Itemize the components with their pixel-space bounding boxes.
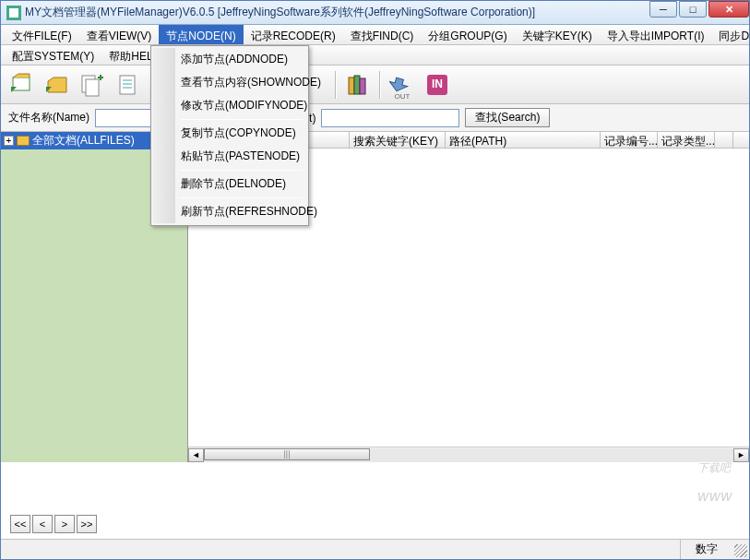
toolbar-btn-1[interactable] bbox=[6, 69, 38, 101]
menu-8[interactable]: 同步DATASYN(D) bbox=[711, 25, 750, 44]
scroll-thumb[interactable]: ||| bbox=[204, 448, 370, 460]
dropdown-item[interactable]: 刷新节点(REFRESHNODE) bbox=[153, 200, 306, 223]
window-buttons: ─ □ ✕ bbox=[648, 1, 749, 24]
expand-icon[interactable]: + bbox=[4, 136, 14, 146]
menubar-row2: 配置SYSTEM(Y)帮助HELP(H) bbox=[1, 45, 749, 66]
search-button[interactable]: 查找(Search) bbox=[465, 108, 550, 127]
toolbar-separator-2 bbox=[335, 71, 337, 99]
svg-rect-11 bbox=[360, 78, 365, 94]
menu-7[interactable]: 导入导出IMPORT(I) bbox=[600, 25, 712, 44]
svg-rect-3 bbox=[120, 76, 135, 94]
svg-rect-9 bbox=[349, 77, 354, 94]
content-input[interactable] bbox=[321, 109, 459, 127]
close-button[interactable]: ✕ bbox=[708, 1, 749, 18]
dropdown-item[interactable]: 修改节点(MODIFYNODE) bbox=[153, 94, 306, 117]
maximize-button[interactable]: □ bbox=[679, 1, 707, 18]
resize-grip[interactable] bbox=[734, 544, 747, 557]
svg-rect-0 bbox=[13, 77, 30, 90]
menu-2[interactable]: 节点NODE(N) bbox=[159, 25, 243, 44]
scroll-track[interactable]: ||| bbox=[204, 448, 733, 462]
dropdown-item[interactable]: 查看节点内容(SHOWNODE) bbox=[153, 71, 306, 94]
menu-4[interactable]: 查找FIND(C) bbox=[343, 25, 422, 44]
app-icon bbox=[6, 6, 21, 20]
column-header-3[interactable]: 记录编号... bbox=[601, 132, 658, 148]
toolbar-btn-3[interactable] bbox=[77, 69, 108, 101]
scroll-left-button[interactable]: ◄ bbox=[188, 448, 204, 462]
dropdown-item[interactable]: 删除节点(DELNODE) bbox=[153, 173, 306, 196]
column-header-1[interactable]: 搜索关键字(KEY) bbox=[350, 132, 446, 148]
dropdown-item[interactable]: 复制节点(COPYNODE) bbox=[153, 122, 306, 145]
toolbar-btn-out[interactable]: OUT bbox=[387, 69, 418, 101]
titlebar: MY文档管理器(MYFileManager)V6.0.5 [JeffreyNin… bbox=[1, 1, 749, 25]
dropdown-sep bbox=[181, 197, 303, 198]
toolbar-separator-3 bbox=[379, 71, 381, 99]
window-title: MY文档管理器(MYFileManager)V6.0.5 [JeffreyNin… bbox=[25, 5, 648, 20]
svg-text:IN: IN bbox=[432, 77, 443, 90]
folder-icon bbox=[17, 136, 30, 146]
nav-next-button[interactable]: > bbox=[54, 515, 75, 533]
dropdown-sep bbox=[181, 170, 303, 171]
minimize-button[interactable]: ─ bbox=[649, 1, 677, 18]
menu-0[interactable]: 文件FILE(F) bbox=[5, 25, 79, 44]
scroll-right-button[interactable]: ► bbox=[733, 448, 749, 462]
menubar: 文件FILE(F)查看VIEW(V)节点NODE(N)记录RECODE(R)查找… bbox=[1, 25, 749, 45]
svg-rect-10 bbox=[354, 76, 360, 94]
nav-prev-button[interactable]: < bbox=[32, 515, 53, 533]
toolbar-btn-2[interactable] bbox=[42, 69, 73, 101]
column-header-5[interactable] bbox=[715, 132, 733, 148]
menu-3[interactable]: 记录RECODE(R) bbox=[244, 25, 343, 44]
statusbar: 数字 bbox=[1, 539, 749, 559]
dropdown-item[interactable]: 添加节点(ADDNODE) bbox=[153, 48, 306, 71]
content-area: + 全部文档(ALLFILES) 搜索关键字(KEY)路径(PATH)记录编号.… bbox=[1, 132, 749, 462]
dropdown-item[interactable]: 粘贴节点(PASTENODE) bbox=[153, 145, 306, 168]
tree-root-label: 全部文档(ALLFILES) bbox=[32, 133, 135, 149]
menu-5[interactable]: 分组GROUP(G) bbox=[421, 25, 514, 44]
column-header-4[interactable]: 记录类型... bbox=[658, 132, 715, 148]
toolbar-btn-books[interactable] bbox=[342, 69, 374, 101]
status-numlock: 数字 bbox=[680, 540, 732, 559]
node-dropdown-menu: 添加节点(ADDNODE)查看节点内容(SHOWNODE)修改节点(MODIFY… bbox=[150, 45, 309, 226]
nav-last-button[interactable]: >> bbox=[77, 515, 97, 533]
svg-rect-2 bbox=[86, 79, 99, 96]
column-header-2[interactable]: 路径(PATH) bbox=[446, 132, 601, 148]
menu2-0[interactable]: 配置SYSTEM(Y) bbox=[5, 45, 101, 65]
menu-1[interactable]: 查看VIEW(V) bbox=[79, 25, 160, 44]
toolbar-btn-4[interactable] bbox=[112, 69, 143, 101]
menu-6[interactable]: 关键字KEY(K) bbox=[515, 25, 600, 44]
horizontal-scrollbar[interactable]: ◄ ||| ► bbox=[188, 447, 749, 462]
toolbar: OUT IN bbox=[1, 66, 749, 104]
nav-first-button[interactable]: << bbox=[10, 515, 30, 533]
search-bar: 文件名称(Name) ontent) 查找(Search) bbox=[1, 104, 749, 132]
dropdown-sep bbox=[181, 119, 303, 120]
filename-label: 文件名称(Name) bbox=[8, 110, 89, 125]
nav-buttons: << < > >> bbox=[10, 515, 97, 533]
toolbar-btn-in[interactable]: IN bbox=[422, 69, 453, 101]
